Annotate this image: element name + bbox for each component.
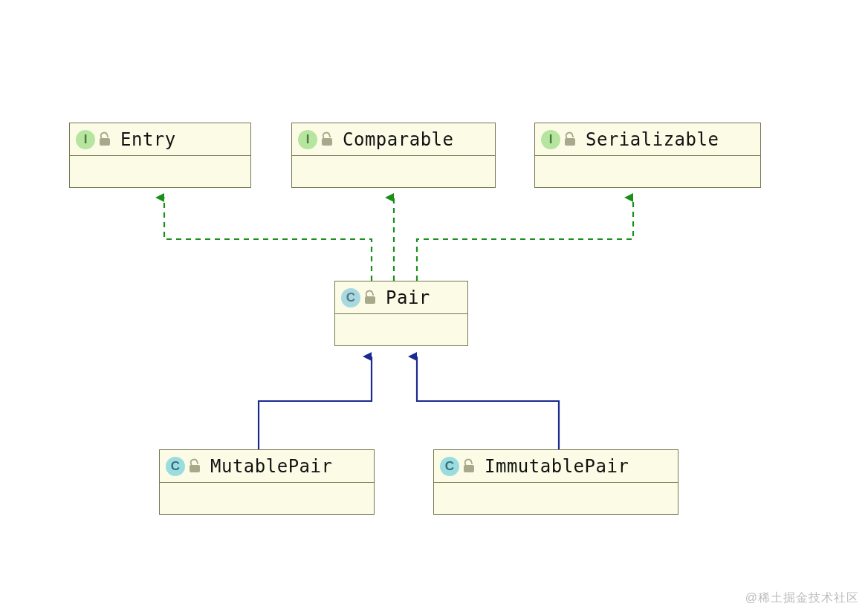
unlock-icon (464, 460, 474, 472)
node-label: ImmutablePair (485, 456, 629, 477)
node-serializable[interactable]: I Serializable (534, 123, 761, 188)
edge-pair-entry (164, 198, 372, 281)
abstract-class-badge-icon: C (341, 288, 360, 307)
node-label: Pair (386, 287, 430, 308)
node-label: MutablePair (210, 456, 332, 477)
interface-badge-icon: I (541, 130, 560, 149)
node-label: Entry (120, 129, 176, 150)
node-pair[interactable]: C Pair (334, 281, 468, 346)
unlock-icon (100, 134, 110, 146)
edge-pair-serializable (417, 198, 633, 281)
unlock-icon (322, 134, 332, 146)
node-immutablepair[interactable]: C ImmutablePair (433, 449, 678, 515)
unlock-icon (365, 292, 375, 304)
node-label: Comparable (343, 129, 454, 150)
class-badge-icon: C (166, 457, 185, 476)
interface-badge-icon: I (76, 130, 95, 149)
node-comparable[interactable]: I Comparable (291, 123, 496, 188)
node-label: Serializable (586, 129, 719, 150)
node-mutablepair[interactable]: C MutablePair (159, 449, 375, 515)
edge-mutablepair-pair (259, 357, 372, 449)
unlock-icon (565, 134, 575, 146)
interface-badge-icon: I (298, 130, 317, 149)
watermark-text: @稀土掘金技术社区 (745, 590, 859, 606)
node-entry[interactable]: I Entry (69, 123, 251, 188)
unlock-icon (190, 460, 200, 472)
edge-immutablepair-pair (417, 357, 559, 449)
class-badge-icon: C (440, 457, 459, 476)
